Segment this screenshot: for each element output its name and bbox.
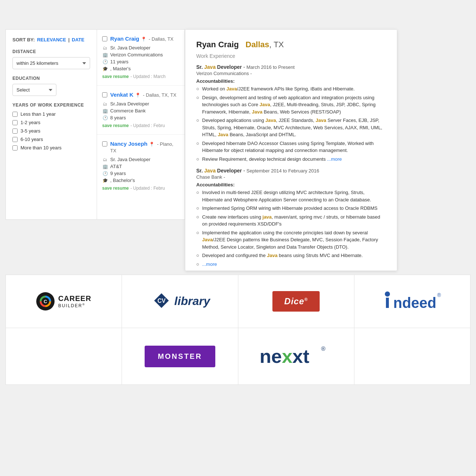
results-list: Ryan Craig 📍 - Dallas, TX 🗂 Sr. Java Dev… [97,29,185,220]
bullet-2-5: Developed and configured the Java beans … [196,252,386,259]
venkat-location-icon: 📍 [135,93,141,98]
checkbox-more-than-10[interactable]: More than 10 years [12,145,90,150]
dice-logo: Dice® [272,291,320,312]
nancy-joseph-name[interactable]: Nancy Joseph [110,141,148,147]
job-2: Sr. Java Developer - September 2014 to F… [196,168,386,268]
ryan-company-row: 🏢 Verizon Communications [102,52,179,57]
logos-bottom-row: MonsteR nexxt ® [5,328,471,385]
nancy-save-row: save resume - Updated : Febru [102,185,179,191]
select-venkat-k[interactable] [102,92,107,97]
sort-separator: | [68,37,70,42]
nancy-name-location: Nancy Joseph 📍 - Plano, TX [110,141,179,154]
svg-text:CV: CV [157,298,166,304]
checkbox-6-10[interactable]: 6-10 years [12,137,90,142]
careerbuilder-logo-cell[interactable]: C CAREER BUILDER® [6,275,122,328]
ryan-craig-name[interactable]: Ryan Craig [110,36,139,42]
nancy-title-row: 🗂 Sr. Java Developer [102,157,179,162]
logos-top-row: C CAREER BUILDER® CV library [5,275,471,328]
venkat-save-resume[interactable]: save resume [102,123,129,128]
cvlibrary-logo: CV library [147,290,213,313]
result-header-nancy: Nancy Joseph 📍 - Plano, TX [102,141,179,154]
years-experience-filter: YEARS OF WORK EXPERIENCE Less than 1 yea… [12,103,90,150]
cb-circle-icon: C [36,292,55,310]
briefcase-icon-venkat: 🗂 [102,101,108,107]
bullet-1-4: Developed hibernate DAO Accessor Classes… [196,140,386,154]
svg-text:®: ® [437,292,441,298]
education-filter: EDUCATION Select High School Associate's… [12,76,90,96]
bullet-2-1: Involved in multi-tiered J2EE design uti… [196,189,386,203]
indeed-logo: ndeed ® [383,290,442,313]
nancy-years-row: 🕐 9 years [102,171,179,176]
venkat-location: - Dallas, TX, TX [143,92,176,98]
ryan-save-resume[interactable]: save resume [102,74,129,79]
job2-more-link[interactable]: ...more [202,261,217,267]
checkbox-more-than-10-label: More than 10 years [21,145,62,150]
sidebar-filters: SORT BY: RELEVANCE | DATE DISTANCE withi… [5,29,97,220]
bullet-1-1: Worked on Java/J2EE framework APIs like … [196,85,386,93]
result-header-venkat: Venkat K 📍 - Dallas, TX, TX [102,92,179,98]
job1-more-link[interactable]: ...more [327,156,342,162]
job1-bullets: Worked on Java/J2EE framework APIs like … [196,85,386,163]
monster-logo-cell[interactable]: MonsteR [122,328,238,384]
svg-point-5 [385,291,390,297]
nancy-title: Sr. Java Developer [110,157,150,162]
checkbox-3-5-input[interactable] [12,129,18,134]
bullet-1-3: Developed applications using Java, J2EE … [196,117,386,138]
edu-icon-nancy: 🎓 [102,178,108,183]
education-select[interactable]: Select High School Associate's Bachelor'… [12,84,56,96]
cvlibrary-svg: CV library [147,290,213,312]
bullet-1-5: Review Requirement, develop technical de… [196,156,386,163]
bullet-2-4: Implemented the application using the co… [196,229,386,251]
detail-city: Dallas [246,40,269,49]
job2-company: Chase Bank - [196,174,386,180]
ryan-education: , Master's [110,66,131,71]
checkbox-1-2-label: 1-2 years [21,120,40,125]
checkbox-1-2[interactable]: 1-2 years [12,120,90,125]
job2-accountability-title: Accountabilities: [196,182,386,187]
svg-text:C: C [44,299,47,304]
sort-date[interactable]: DATE [72,37,84,42]
indeed-logo-cell[interactable]: ndeed ® [354,275,470,328]
svg-text:library: library [174,294,211,308]
bullet-2-2: Implemented Spring ORM wiring with Hiber… [196,205,386,212]
venkat-title: Sr.Java Developer [110,101,149,107]
venkat-k-name[interactable]: Venkat K [110,92,133,98]
cb-career-text: CAREER [58,294,91,303]
indeed-svg: ndeed ® [383,290,442,312]
cvlibrary-logo-cell[interactable]: CV library [122,275,238,328]
checkbox-6-10-input[interactable] [12,137,18,142]
cb-builder-text: BUILDER® [58,303,91,308]
checkbox-3-5[interactable]: 3-5 years [12,128,90,134]
select-ryan-craig[interactable] [102,36,107,41]
distance-select[interactable]: within 25 kilometers within 10 kilometer… [12,57,90,69]
job2-date: September 2014 to February 2016 [246,168,319,174]
job1-company: Verizon Communications - [196,71,386,76]
nexxt-svg: nexxt ® [260,343,333,368]
checkbox-less-than-1[interactable]: Less than 1 year [12,111,90,117]
dice-logo-cell[interactable]: Dice® [238,275,354,328]
checkbox-more-than-10-input[interactable] [12,145,18,150]
bottom-spacer-2 [354,328,470,384]
careerbuilder-logo: C CAREER BUILDER® [36,292,91,310]
ryan-title: Sr. Java Developer [110,45,150,51]
select-nancy-joseph[interactable] [102,141,107,146]
work-experience-title: Work Experience [196,53,386,59]
sort-by-row: SORT BY: RELEVANCE | DATE [12,37,90,42]
ryan-years: 11 years [110,59,129,64]
nexxt-logo-cell[interactable]: nexxt ® [238,328,354,384]
partner-logos-section: C CAREER BUILDER® CV library [5,275,471,385]
checkbox-less-than-1-input[interactable] [12,112,18,117]
ryan-company: Verizon Communications [110,52,163,57]
edu-icon-ryan: 🎓 [102,66,108,71]
job2-title-heading: Sr. Java Developer - September 2014 to F… [196,168,386,174]
nancy-save-resume[interactable]: save resume [102,186,129,191]
ryan-updated: - Updated : March [130,74,166,79]
monster-logo-text: MonsteR [145,346,215,367]
bullet-1-2: Design, development and testing of web a… [196,94,386,116]
ryan-title-row: 🗂 Sr. Java Developer [102,45,179,51]
checkbox-6-10-label: 6-10 years [21,137,43,142]
checkbox-1-2-input[interactable] [12,120,18,125]
sort-relevance[interactable]: RELEVANCE [37,37,66,42]
job1-title-heading: Sr. Java Developer - March 2016 to Prese… [196,64,386,70]
bottom-spacer-1 [6,328,122,384]
